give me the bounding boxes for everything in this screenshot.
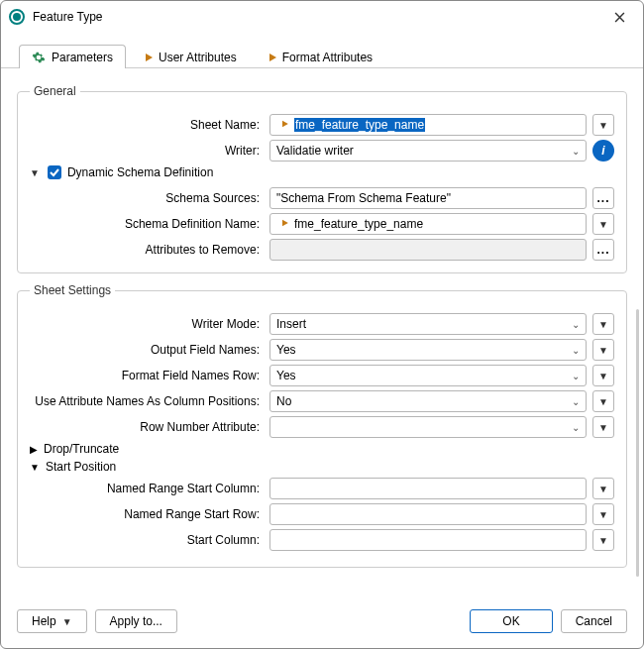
chevron-down-icon: ▼: [598, 509, 608, 520]
format-field-names-row-value: Yes: [276, 369, 296, 382]
chevron-down-icon: ▼: [598, 371, 608, 381]
chevron-down-icon: ▼: [598, 345, 608, 356]
ok-button[interactable]: OK: [470, 609, 552, 633]
group-general-legend: General: [30, 84, 80, 98]
help-button[interactable]: Help ▼: [17, 609, 87, 633]
chevron-down-icon: ⌄: [566, 345, 580, 356]
schema-sources-field[interactable]: "Schema From Schema Feature": [269, 187, 587, 209]
output-field-names-menu-button[interactable]: ▼: [592, 339, 614, 361]
param-arrow-icon: [276, 217, 288, 231]
sheet-name-menu-button[interactable]: ▼: [592, 114, 614, 136]
chevron-down-icon: ⌄: [566, 371, 580, 381]
chevron-down-icon: ⌄: [566, 146, 580, 157]
attrs-remove-browse-button[interactable]: ...: [592, 239, 614, 261]
row-number-attr-menu-button[interactable]: ▼: [592, 416, 614, 438]
output-field-names-select[interactable]: Yes ⌄: [269, 339, 587, 361]
tab-parameters[interactable]: Parameters: [19, 45, 126, 68]
named-range-start-row-label: Named Range Start Row:: [30, 507, 264, 521]
attrs-remove-field: [269, 239, 587, 261]
row-number-attr-select[interactable]: ⌄: [269, 416, 587, 438]
named-range-start-col-label: Named Range Start Column:: [30, 482, 264, 495]
chevron-down-icon: ▼: [598, 120, 608, 131]
start-column-label: Start Column:: [30, 533, 264, 547]
tab-bar: Parameters User Attributes Format Attrib…: [1, 41, 643, 68]
ellipsis-icon: ...: [596, 195, 609, 201]
writer-mode-select[interactable]: Insert ⌄: [269, 313, 587, 335]
writer-select[interactable]: Validatie writer ⌄: [269, 140, 587, 162]
format-field-names-row-label: Format Field Names Row:: [30, 369, 264, 382]
tab-parameters-label: Parameters: [52, 51, 113, 64]
close-icon: [614, 12, 625, 23]
info-icon: i: [601, 144, 604, 158]
chevron-down-icon: ▼: [598, 396, 608, 407]
window-title: Feature Type: [33, 10, 603, 24]
drop-truncate-label: Drop/Truncate: [44, 442, 119, 456]
row-number-attr-label: Row Number Attribute:: [30, 420, 264, 434]
app-icon: [9, 9, 25, 25]
dynamic-label: Dynamic Schema Definition: [67, 165, 213, 179]
content-area: General Sheet Name: fme_feature_type_nam…: [1, 68, 643, 604]
output-field-names-value: Yes: [276, 343, 296, 357]
cancel-button[interactable]: Cancel: [561, 609, 627, 633]
dynamic-disclosure-toggle[interactable]: ▼: [28, 167, 42, 178]
schema-def-name-value: fme_feature_type_name: [294, 217, 423, 231]
apply-to-button[interactable]: Apply to...: [95, 609, 177, 633]
schema-sources-label: Schema Sources:: [30, 191, 264, 205]
named-range-start-col-menu-button[interactable]: ▼: [592, 478, 614, 499]
attrs-remove-label: Attributes to Remove:: [30, 243, 264, 257]
titlebar: Feature Type: [1, 1, 643, 33]
tab-format-attributes[interactable]: Format Attributes: [250, 45, 385, 68]
writer-info-button[interactable]: i: [592, 140, 614, 162]
apply-to-button-label: Apply to...: [110, 614, 162, 628]
chevron-down-icon: ▼: [598, 319, 608, 330]
chevron-down-icon: ▼: [598, 219, 608, 230]
chevron-down-icon: ▼: [30, 462, 40, 473]
close-button[interactable]: [603, 5, 635, 29]
schema-def-name-menu-button[interactable]: ▼: [592, 213, 614, 235]
chevron-down-icon: ⌄: [566, 396, 580, 407]
group-sheet-settings: Sheet Settings Writer Mode: Insert ⌄ ▼ O…: [17, 283, 627, 568]
param-arrow-icon: [276, 118, 288, 132]
group-sheet-settings-legend: Sheet Settings: [30, 283, 115, 297]
start-position-toggle[interactable]: ▼ Start Position: [30, 460, 614, 474]
use-attr-cols-label: Use Attribute Names As Column Positions:: [30, 394, 264, 408]
tab-user-attributes-label: User Attributes: [159, 51, 237, 64]
named-range-start-row-field[interactable]: [269, 503, 587, 525]
sheet-name-label: Sheet Name:: [30, 118, 264, 132]
use-attr-cols-select[interactable]: No ⌄: [269, 390, 587, 412]
ok-button-label: OK: [502, 614, 519, 628]
use-attr-cols-menu-button[interactable]: ▼: [592, 390, 614, 412]
writer-mode-label: Writer Mode:: [30, 317, 264, 331]
footer: Help ▼ Apply to... OK Cancel: [1, 604, 643, 648]
ellipsis-icon: ...: [596, 247, 609, 253]
tab-user-attributes[interactable]: User Attributes: [126, 45, 250, 68]
sheet-name-field[interactable]: fme_feature_type_name: [269, 114, 587, 136]
writer-mode-value: Insert: [276, 317, 306, 331]
start-column-field[interactable]: [269, 529, 587, 551]
dynamic-checkbox[interactable]: [48, 165, 61, 179]
writer-mode-menu-button[interactable]: ▼: [592, 313, 614, 335]
use-attr-cols-value: No: [276, 394, 291, 408]
sheet-name-value: fme_feature_type_name: [294, 118, 425, 132]
chevron-down-icon: ▼: [598, 422, 608, 433]
chevron-right-icon: ▶: [30, 444, 38, 455]
attributes-icon: [139, 51, 153, 64]
cancel-button-label: Cancel: [576, 614, 612, 628]
format-field-names-row-select[interactable]: Yes ⌄: [269, 365, 587, 386]
writer-label: Writer:: [30, 144, 264, 158]
drop-truncate-toggle[interactable]: ▶ Drop/Truncate: [30, 442, 614, 456]
writer-value: Validatie writer: [276, 144, 354, 158]
named-range-start-row-menu-button[interactable]: ▼: [592, 503, 614, 525]
format-field-names-row-menu-button[interactable]: ▼: [592, 365, 614, 386]
start-position-label: Start Position: [46, 460, 116, 474]
schema-sources-browse-button[interactable]: ...: [592, 187, 614, 209]
named-range-start-col-field[interactable]: [269, 478, 587, 499]
tab-format-attributes-label: Format Attributes: [282, 51, 373, 64]
schema-def-name-field[interactable]: fme_feature_type_name: [269, 213, 587, 235]
chevron-down-icon: ▼: [598, 535, 608, 546]
chevron-down-icon: ▼: [62, 616, 72, 627]
start-column-menu-button[interactable]: ▼: [592, 529, 614, 551]
chevron-down-icon: ▼: [598, 484, 608, 494]
scrollbar[interactable]: [636, 309, 639, 577]
help-button-label: Help: [32, 614, 56, 628]
